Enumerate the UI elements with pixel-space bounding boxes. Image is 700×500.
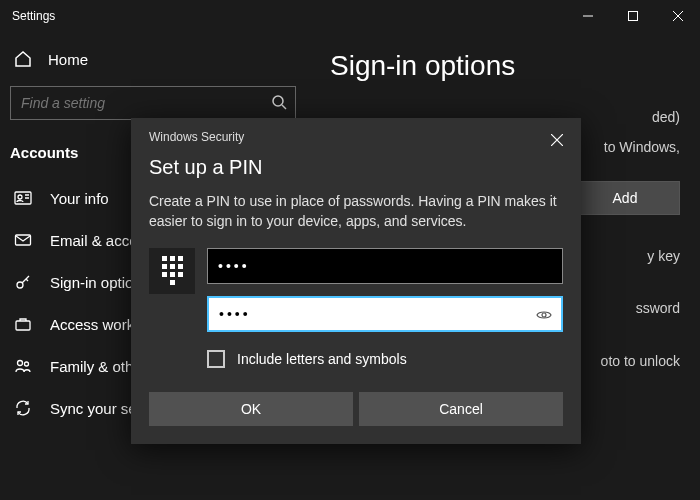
svg-point-7 bbox=[18, 361, 23, 366]
titlebar: Settings bbox=[0, 0, 700, 32]
dialog-close-button[interactable] bbox=[547, 130, 567, 150]
key-icon bbox=[14, 273, 32, 291]
home-label: Home bbox=[48, 51, 88, 68]
maximize-button[interactable] bbox=[610, 0, 655, 32]
close-icon bbox=[551, 134, 563, 146]
close-icon bbox=[673, 11, 683, 21]
windows-security-dialog: Windows Security Set up a PIN Create a P… bbox=[131, 118, 581, 444]
settings-window: Settings Home bbox=[0, 0, 700, 500]
svg-rect-6 bbox=[16, 321, 30, 330]
search-field[interactable] bbox=[21, 95, 263, 111]
people-icon bbox=[14, 357, 32, 375]
app-title: Settings bbox=[12, 9, 55, 23]
cancel-button[interactable]: Cancel bbox=[359, 392, 563, 426]
search-icon bbox=[271, 94, 287, 110]
home-icon bbox=[14, 50, 32, 68]
svg-point-9 bbox=[542, 313, 546, 317]
add-button[interactable]: Add bbox=[570, 181, 680, 215]
minimize-button[interactable] bbox=[565, 0, 610, 32]
home-button[interactable]: Home bbox=[0, 42, 310, 76]
dialog-title: Set up a PIN bbox=[131, 150, 581, 191]
pin-masked-value: •••• bbox=[218, 258, 250, 274]
page-title: Sign-in options bbox=[330, 50, 680, 82]
person-card-icon bbox=[14, 189, 32, 207]
confirm-pin-input[interactable]: •••• bbox=[207, 296, 563, 332]
include-letters-checkbox[interactable] bbox=[207, 350, 225, 368]
minimize-icon bbox=[583, 11, 593, 21]
svg-point-8 bbox=[25, 362, 29, 366]
eye-icon bbox=[535, 306, 553, 324]
svg-point-3 bbox=[18, 195, 22, 199]
keypad-icon bbox=[149, 248, 195, 294]
sidebar-item-label: Your info bbox=[50, 190, 109, 207]
svg-rect-0 bbox=[628, 12, 637, 21]
briefcase-icon bbox=[14, 315, 32, 333]
reveal-password-button[interactable] bbox=[535, 306, 553, 324]
close-button[interactable] bbox=[655, 0, 700, 32]
search-input[interactable] bbox=[10, 86, 296, 120]
sync-icon bbox=[14, 399, 32, 417]
ok-button[interactable]: OK bbox=[149, 392, 353, 426]
pin-masked-value: •••• bbox=[219, 306, 251, 322]
maximize-icon bbox=[628, 11, 638, 21]
include-letters-label: Include letters and symbols bbox=[237, 351, 407, 367]
dialog-description: Create a PIN to use in place of password… bbox=[131, 191, 581, 248]
svg-point-1 bbox=[273, 96, 283, 106]
mail-icon bbox=[14, 231, 32, 249]
window-controls bbox=[565, 0, 700, 32]
dialog-window-label: Windows Security bbox=[149, 130, 244, 144]
new-pin-input[interactable]: •••• bbox=[207, 248, 563, 284]
